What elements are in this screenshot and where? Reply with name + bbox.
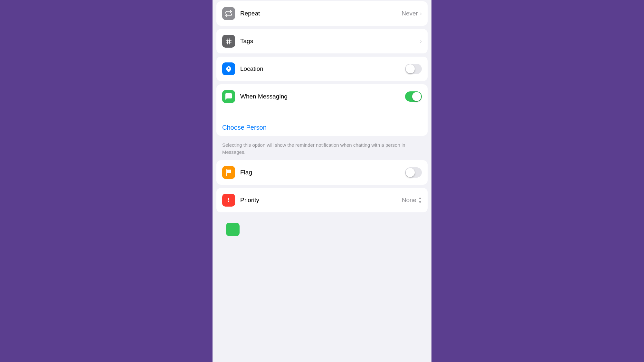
tags-icon-box	[222, 35, 235, 48]
messages-icon	[225, 93, 232, 100]
flag-toggle-knob	[406, 168, 415, 177]
messaging-toggle-knob	[412, 92, 421, 101]
content-area: Repeat Never › Tags ›	[213, 0, 431, 362]
messaging-icon-box	[222, 90, 235, 103]
svg-text:!: !	[228, 197, 230, 203]
repeat-label: Repeat	[240, 10, 396, 17]
priority-stepper-arrows: ▲ ▼	[418, 196, 422, 204]
priority-icon: !	[225, 196, 232, 204]
messaging-divider	[239, 114, 428, 114]
phone-container: Repeat Never › Tags ›	[213, 0, 431, 362]
flag-icon	[225, 169, 232, 176]
repeat-row[interactable]: Repeat Never ›	[216, 1, 428, 26]
flag-icon-box	[222, 166, 235, 179]
svg-point-4	[228, 68, 230, 69]
phone-screen: Repeat Never › Tags ›	[213, 0, 431, 362]
priority-value[interactable]: None ▲ ▼	[402, 196, 422, 204]
tags-chevron: ›	[420, 38, 422, 45]
tags-row[interactable]: Tags ›	[216, 29, 428, 53]
priority-arrow-up: ▲	[418, 196, 422, 200]
info-text: Selecting this option will show the remi…	[216, 139, 428, 157]
bottom-hint	[216, 218, 431, 234]
location-toggle[interactable]	[405, 64, 422, 74]
repeat-icon-box	[222, 7, 235, 20]
svg-line-3	[229, 38, 230, 44]
flag-toggle[interactable]	[405, 167, 422, 178]
messaging-card: When Messaging Choose Person	[216, 84, 428, 136]
priority-row[interactable]: ! Priority None ▲ ▼	[216, 188, 428, 212]
messaging-toggle[interactable]	[405, 91, 422, 102]
choose-person-row[interactable]: Choose Person	[216, 119, 428, 136]
priority-label: Priority	[240, 197, 397, 204]
repeat-value: Never ›	[402, 10, 422, 17]
location-row[interactable]: Location	[216, 57, 428, 81]
messaging-label: When Messaging	[240, 93, 400, 100]
flag-label: Flag	[240, 169, 400, 176]
tags-label: Tags	[240, 38, 415, 45]
location-label: Location	[240, 65, 400, 72]
messaging-main-row[interactable]: When Messaging	[216, 84, 428, 109]
priority-icon-box: !	[222, 194, 235, 207]
flag-row[interactable]: Flag	[216, 160, 428, 185]
repeat-chevron: ›	[420, 10, 422, 17]
svg-line-2	[227, 38, 228, 44]
priority-arrow-down: ▼	[418, 200, 422, 204]
choose-person-text: Choose Person	[222, 124, 267, 131]
location-icon-box	[222, 62, 235, 75]
location-toggle-knob	[406, 64, 415, 73]
repeat-icon	[225, 10, 232, 17]
location-icon	[225, 65, 232, 73]
priority-value-text: None	[402, 197, 416, 204]
svg-rect-5	[227, 170, 231, 173]
bottom-circle-inner	[226, 223, 240, 236]
hashtag-icon	[225, 37, 232, 45]
